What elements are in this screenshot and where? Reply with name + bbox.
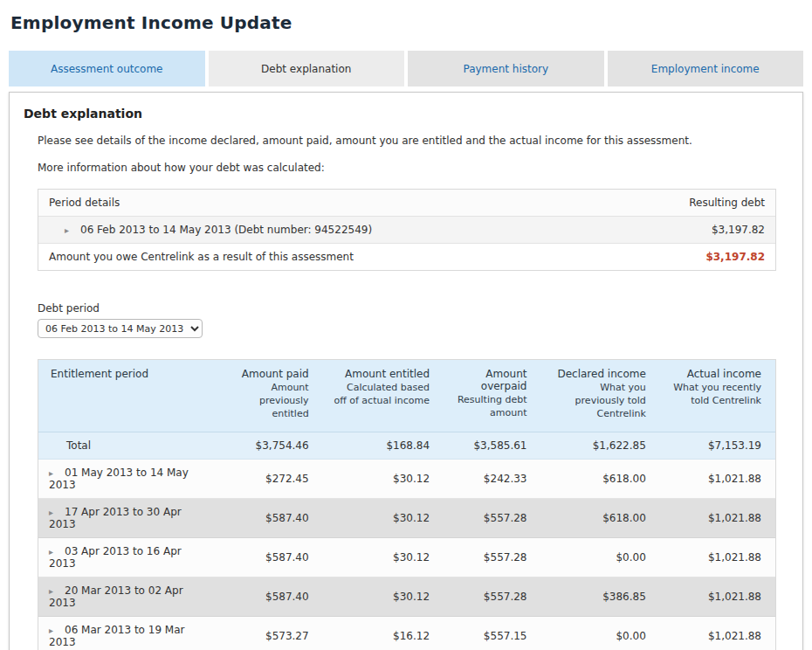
page: Employment Income Update Assessment outc… <box>0 0 812 650</box>
table-row[interactable]: ▸06 Mar 2013 to 19 Mar 2013 $573.27 $16.… <box>38 616 775 650</box>
column-header-resulting-debt: Resulting debt <box>614 190 775 217</box>
table-row[interactable]: ▸03 Apr 2013 to 16 Apr 2013 $587.40 $30.… <box>38 537 775 577</box>
amount-owed-row: Amount you owe Centrelink as a result of… <box>38 244 775 271</box>
tab-employment-income[interactable]: Employment income <box>608 51 804 86</box>
more-info-text: More information about how your debt was… <box>38 162 776 174</box>
column-header-amount-overpaid: Amount overpaidResulting debt amount <box>444 360 540 432</box>
page-title: Employment Income Update <box>10 12 803 33</box>
column-header-amount-paid: Amount paidAmount previously entitled <box>218 360 323 432</box>
amount-owed-value: $3,197.82 <box>614 244 775 271</box>
debt-period-label: 06 Feb 2013 to 14 May 2013 (Debt number:… <box>80 224 372 236</box>
expand-icon[interactable]: ▸ <box>65 225 80 235</box>
debt-summary-header-row: Period details Resulting debt <box>38 190 775 217</box>
column-header-entitlement-period: Entitlement period <box>38 360 218 432</box>
total-row: Total $3,754.46 $168.84 $3,585.61 $1,622… <box>38 432 775 459</box>
debt-explanation-panel: Debt explanation Please see details of t… <box>9 92 803 650</box>
debt-period-row[interactable]: ▸06 Feb 2013 to 14 May 2013 (Debt number… <box>38 217 775 244</box>
entitlement-header-row: Entitlement period Amount paidAmount pre… <box>38 360 775 432</box>
panel-heading: Debt explanation <box>24 107 788 121</box>
debt-period-select[interactable]: 06 Feb 2013 to 14 May 2013 <box>38 319 203 338</box>
amount-owed-label: Amount you owe Centrelink as a result of… <box>38 244 614 271</box>
expand-icon[interactable]: ▸ <box>49 468 65 478</box>
expand-icon[interactable]: ▸ <box>49 547 65 557</box>
intro-text: Please see details of the income declare… <box>38 135 776 147</box>
tab-bar: Assessment outcome Debt explanation Paym… <box>9 51 803 86</box>
expand-icon[interactable]: ▸ <box>49 586 65 596</box>
tab-debt-explanation[interactable]: Debt explanation <box>209 51 405 86</box>
expand-icon[interactable]: ▸ <box>49 508 65 517</box>
debt-period-select-label: Debt period <box>38 302 776 315</box>
total-label: Total <box>38 432 218 459</box>
expand-icon[interactable]: ▸ <box>49 626 65 635</box>
debt-period-amount: $3,197.82 <box>614 217 775 244</box>
entitlement-table: Entitlement period Amount paidAmount pre… <box>38 359 776 650</box>
column-header-declared-income: Declared incomeWhat you previously told … <box>540 360 659 432</box>
tab-payment-history[interactable]: Payment history <box>408 51 604 86</box>
column-header-actual-income: Actual incomeWhat you recently told Cent… <box>660 360 775 432</box>
table-row[interactable]: ▸01 May 2013 to 14 May 2013 $272.45 $30.… <box>38 459 775 498</box>
table-row[interactable]: ▸20 Mar 2013 to 02 Apr 2013 $587.40 $30.… <box>38 577 775 616</box>
debt-summary-table: Period details Resulting debt ▸06 Feb 20… <box>38 189 776 271</box>
tab-assessment-outcome[interactable]: Assessment outcome <box>9 51 205 86</box>
column-header-period-details: Period details <box>38 190 614 217</box>
table-row[interactable]: ▸17 Apr 2013 to 30 Apr 2013 $587.40 $30.… <box>38 498 775 537</box>
column-header-amount-entitled: Amount entitledCalculated based off of a… <box>323 360 444 432</box>
